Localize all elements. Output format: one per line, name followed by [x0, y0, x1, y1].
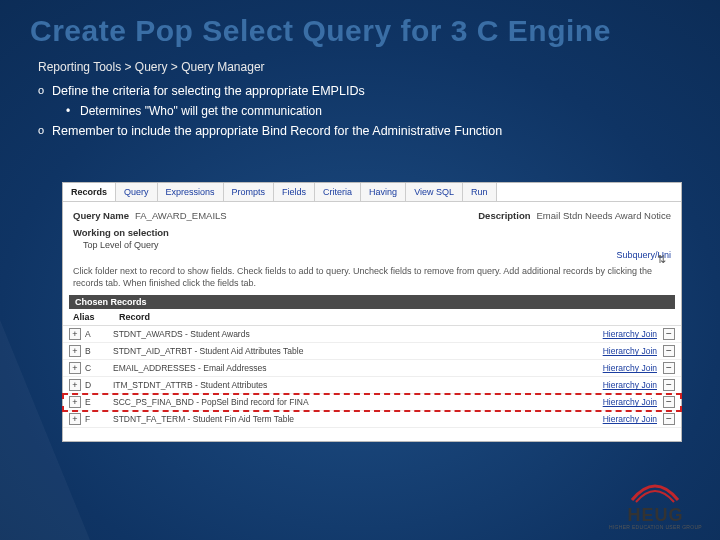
- hierarchy-join-link[interactable]: Hierarchy Join: [603, 380, 657, 390]
- hierarchy-join-link[interactable]: Hierarchy Join: [603, 414, 657, 424]
- bullet-item: Define the criteria for selecting the ap…: [38, 84, 720, 118]
- top-level-of-query: Top Level of Query: [63, 238, 681, 250]
- tab-query[interactable]: Query: [116, 183, 158, 201]
- record-name-cell: EMAIL_ADDRESSES - Email Addresses: [113, 363, 603, 373]
- sort-icon[interactable]: ⇅: [657, 253, 671, 267]
- remove-icon[interactable]: −: [663, 413, 675, 425]
- remove-icon[interactable]: −: [663, 396, 675, 408]
- remove-icon[interactable]: −: [663, 345, 675, 357]
- query-manager-screenshot: Records Query Expressions Prompts Fields…: [62, 182, 682, 442]
- tab-prompts[interactable]: Prompts: [224, 183, 275, 201]
- records-table-header: Alias Record: [63, 309, 681, 326]
- table-row: + C EMAIL_ADDRESSES - Email Addresses Hi…: [63, 360, 681, 377]
- working-on-selection: Working on selection: [63, 225, 681, 238]
- tab-bar: Records Query Expressions Prompts Fields…: [63, 183, 681, 202]
- bullet-text: Define the criteria for selecting the ap…: [52, 84, 365, 98]
- query-name-label: Query Name: [73, 210, 129, 221]
- table-row-highlighted: + E SCC_PS_FINA_BND - PopSel Bind record…: [63, 394, 681, 411]
- remove-icon[interactable]: −: [663, 379, 675, 391]
- logo-text: HEUG: [609, 506, 702, 524]
- table-row: + F STDNT_FA_TERM - Student Fin Aid Term…: [63, 411, 681, 428]
- description-value: Email Stdn Needs Award Notice: [537, 210, 671, 221]
- tab-fields[interactable]: Fields: [274, 183, 315, 201]
- decorative-corner: [0, 320, 90, 540]
- col-record: Record: [119, 312, 671, 322]
- heug-logo: HEUG HIGHER EDUCATION USER GROUP: [609, 480, 702, 530]
- record-name-cell: STDNT_AID_ATRBT - Student Aid Attributes…: [113, 346, 603, 356]
- logo-subtext: HIGHER EDUCATION USER GROUP: [609, 524, 702, 530]
- logo-swoosh-icon: [628, 480, 682, 506]
- remove-icon[interactable]: −: [663, 362, 675, 374]
- breadcrumb: Reporting Tools > Query > Query Manager: [38, 60, 720, 74]
- hierarchy-join-link[interactable]: Hierarchy Join: [603, 363, 657, 373]
- slide-title: Create Pop Select Query for 3 C Engine: [0, 0, 720, 48]
- tab-run[interactable]: Run: [463, 183, 497, 201]
- hierarchy-join-link[interactable]: Hierarchy Join: [603, 397, 657, 407]
- hierarchy-join-link[interactable]: Hierarchy Join: [603, 346, 657, 356]
- remove-icon[interactable]: −: [663, 328, 675, 340]
- query-name-value: FA_AWARD_EMAILS: [135, 210, 227, 221]
- bullet-item: Remember to include the appropriate Bind…: [38, 124, 720, 138]
- tab-expressions[interactable]: Expressions: [158, 183, 224, 201]
- record-name-cell: STDNT_AWARDS - Student Awards: [113, 329, 603, 339]
- tab-having[interactable]: Having: [361, 183, 406, 201]
- description-label: Description: [478, 210, 530, 221]
- subquery-link[interactable]: Subquery/Uni: [63, 250, 681, 260]
- tab-view-sql[interactable]: View SQL: [406, 183, 463, 201]
- record-name-cell: SCC_PS_FINA_BND - PopSel Bind record for…: [113, 397, 603, 407]
- instructions-text: Click folder next to record to show fiel…: [63, 260, 681, 295]
- record-name-cell: ITM_STDNT_ATTRB - Student Attributes: [113, 380, 603, 390]
- table-row: + B STDNT_AID_ATRBT - Student Aid Attrib…: [63, 343, 681, 360]
- hierarchy-join-link[interactable]: Hierarchy Join: [603, 329, 657, 339]
- record-name-cell: STDNT_FA_TERM - Student Fin Aid Term Tab…: [113, 414, 603, 424]
- tab-criteria[interactable]: Criteria: [315, 183, 361, 201]
- table-row: + D ITM_STDNT_ATTRB - Student Attributes…: [63, 377, 681, 394]
- table-row: + A STDNT_AWARDS - Student Awards Hierar…: [63, 326, 681, 343]
- chosen-records-header: Chosen Records: [69, 295, 675, 309]
- tab-records[interactable]: Records: [63, 183, 116, 201]
- sub-bullet-item: Determines "Who" will get the communicat…: [52, 104, 720, 118]
